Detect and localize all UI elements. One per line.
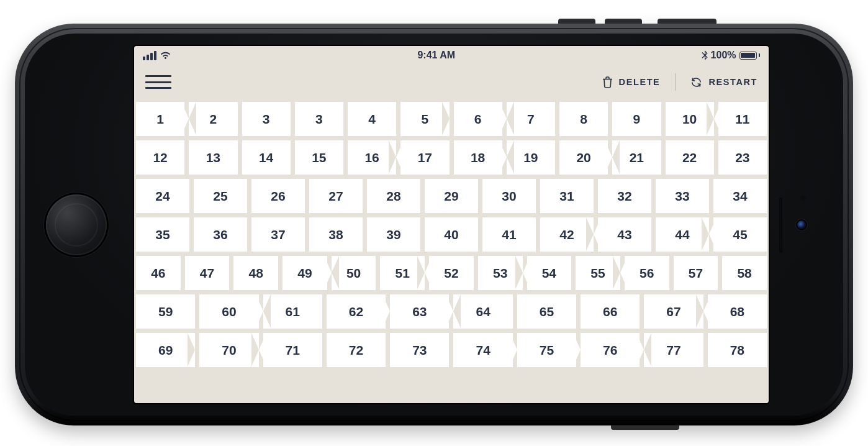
- number-tile[interactable]: 39: [367, 217, 420, 252]
- number-tile[interactable]: 60: [199, 294, 258, 329]
- number-tile[interactable]: 15: [295, 140, 343, 175]
- number-tile[interactable]: 10: [666, 102, 714, 136]
- volume-down-button[interactable]: [558, 19, 595, 24]
- number-tile[interactable]: 2: [189, 102, 237, 136]
- number-tile[interactable]: 77: [644, 333, 703, 367]
- number-tile[interactable]: 57: [674, 256, 718, 290]
- number-tile[interactable]: 5: [400, 102, 449, 136]
- number-tile[interactable]: 76: [581, 333, 640, 367]
- number-tile[interactable]: 33: [656, 179, 709, 213]
- number-tile[interactable]: 67: [644, 294, 703, 329]
- number-tile[interactable]: 30: [482, 179, 536, 213]
- number-tile[interactable]: 7: [507, 102, 555, 136]
- wifi-icon: [160, 51, 171, 60]
- number-tile[interactable]: 26: [251, 179, 305, 213]
- number-tile[interactable]: 41: [482, 217, 536, 252]
- number-tile[interactable]: 6: [454, 102, 502, 136]
- number-tile[interactable]: 61: [263, 294, 322, 329]
- tile-number: 15: [312, 150, 326, 165]
- number-tile[interactable]: 71: [263, 333, 322, 367]
- number-tile[interactable]: 68: [708, 294, 767, 329]
- menu-button[interactable]: [145, 73, 171, 91]
- number-tile[interactable]: 18: [454, 140, 502, 175]
- number-tile[interactable]: 28: [367, 179, 420, 213]
- tile-number: 43: [617, 227, 631, 242]
- number-tile[interactable]: 52: [429, 256, 474, 290]
- number-tile[interactable]: 74: [453, 333, 512, 367]
- number-tile[interactable]: 73: [390, 333, 449, 367]
- number-tile[interactable]: 37: [251, 217, 305, 252]
- number-tile[interactable]: 43: [598, 217, 651, 252]
- tile-number: 25: [213, 189, 227, 204]
- number-tile[interactable]: 47: [185, 256, 230, 290]
- number-tile[interactable]: 78: [708, 333, 767, 367]
- number-tile[interactable]: 49: [283, 256, 327, 290]
- number-tile[interactable]: 27: [309, 179, 363, 213]
- number-tile[interactable]: 40: [425, 217, 478, 252]
- tile-number: 4: [368, 112, 376, 127]
- number-tile[interactable]: 56: [625, 256, 669, 290]
- cellular-signal-icon: [143, 51, 156, 60]
- number-tile[interactable]: 53: [478, 256, 523, 290]
- tile-number: 39: [386, 227, 400, 242]
- number-tile[interactable]: 69: [136, 333, 195, 367]
- number-tile[interactable]: 11: [718, 102, 767, 136]
- number-tile[interactable]: 72: [327, 333, 386, 367]
- number-tile[interactable]: 70: [199, 333, 258, 367]
- tile-number: 27: [328, 189, 343, 204]
- number-tile[interactable]: 55: [576, 256, 620, 290]
- tile-number: 64: [476, 304, 490, 319]
- number-tile[interactable]: 17: [400, 140, 449, 175]
- number-tile[interactable]: 22: [666, 140, 714, 175]
- number-tile[interactable]: 8: [559, 102, 608, 136]
- number-tile[interactable]: 48: [233, 256, 278, 290]
- number-tile[interactable]: 59: [136, 294, 195, 329]
- tile-number: 5: [422, 112, 429, 127]
- number-tile[interactable]: 58: [722, 256, 767, 290]
- home-button[interactable]: [46, 194, 107, 255]
- number-tile[interactable]: 65: [517, 294, 576, 329]
- number-tile[interactable]: 25: [194, 179, 247, 213]
- number-tile[interactable]: 36: [194, 217, 247, 252]
- number-tile[interactable]: 50: [332, 256, 376, 290]
- number-tile[interactable]: 16: [348, 140, 396, 175]
- number-tile[interactable]: 9: [612, 102, 661, 136]
- restart-button[interactable]: RESTART: [690, 76, 757, 88]
- number-tile[interactable]: 62: [327, 294, 386, 329]
- number-tile[interactable]: 21: [612, 140, 661, 175]
- number-tile[interactable]: 51: [380, 256, 425, 290]
- number-tile[interactable]: 14: [242, 140, 291, 175]
- number-tile[interactable]: 1: [136, 102, 184, 136]
- number-tile[interactable]: 75: [517, 333, 576, 367]
- battery-icon: [739, 52, 761, 60]
- power-button[interactable]: [658, 19, 717, 24]
- number-tile[interactable]: 45: [713, 217, 767, 252]
- number-tile[interactable]: 23: [718, 140, 767, 175]
- number-tile[interactable]: 3: [242, 102, 291, 136]
- number-tile[interactable]: 13: [189, 140, 237, 175]
- number-tile[interactable]: 44: [656, 217, 709, 252]
- number-tile[interactable]: 66: [581, 294, 640, 329]
- tile-number: 16: [364, 150, 379, 165]
- number-tile[interactable]: 4: [348, 102, 396, 136]
- tile-number: 76: [603, 343, 617, 358]
- number-tile[interactable]: 64: [453, 294, 512, 329]
- number-tile[interactable]: 63: [390, 294, 449, 329]
- number-tile[interactable]: 38: [309, 217, 363, 252]
- number-tile[interactable]: 12: [136, 140, 184, 175]
- number-tile[interactable]: 19: [507, 140, 555, 175]
- number-tile[interactable]: 20: [559, 140, 608, 175]
- delete-button[interactable]: DELETE: [602, 76, 661, 88]
- side-switch[interactable]: [611, 426, 679, 430]
- number-tile[interactable]: 34: [713, 179, 767, 213]
- number-tile[interactable]: 32: [598, 179, 651, 213]
- number-tile[interactable]: 42: [540, 217, 594, 252]
- number-tile[interactable]: 29: [425, 179, 478, 213]
- number-tile[interactable]: 54: [527, 256, 572, 290]
- number-tile[interactable]: 31: [540, 179, 594, 213]
- number-tile[interactable]: 46: [136, 256, 181, 290]
- number-tile[interactable]: 3: [295, 102, 343, 136]
- number-tile[interactable]: 24: [136, 179, 189, 213]
- number-tile[interactable]: 35: [136, 217, 189, 252]
- volume-up-button[interactable]: [605, 19, 642, 24]
